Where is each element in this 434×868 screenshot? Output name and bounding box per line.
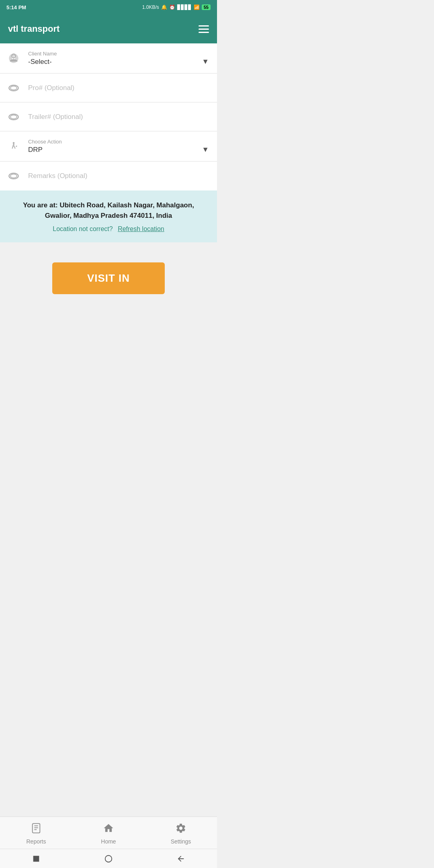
trailer-number-row[interactable]: Trailer# (Optional) <box>0 102 217 131</box>
location-links: Location not correct? Refresh location <box>12 225 205 233</box>
form-container: Client Name -Select- ▼ Pro# (Optional) <box>0 43 217 190</box>
remarks-row[interactable]: Remarks (Optional) <box>0 162 217 190</box>
app-title: vtl transport <box>8 24 59 34</box>
trailer-number-field[interactable]: Trailer# (Optional) <box>24 113 209 121</box>
choose-action-field[interactable]: Choose Action DRP ▼ <box>24 139 209 154</box>
status-time: 5:14 PM <box>6 4 26 10</box>
client-name-field[interactable]: Client Name -Select- ▼ <box>24 51 209 66</box>
pro-number-row[interactable]: Pro# (Optional) <box>0 74 217 102</box>
refresh-location-link[interactable]: Refresh location <box>118 225 164 232</box>
svg-point-4 <box>13 142 15 144</box>
client-name-value: -Select- <box>28 58 52 66</box>
client-name-dropdown-arrow: ▼ <box>202 57 209 66</box>
speed-indicator: 1.0KB/s <box>142 4 159 10</box>
location-address: Ubitech Road, Kailash Nagar, Mahalgaon, … <box>45 201 194 219</box>
pro-number-placeholder: Pro# (Optional) <box>28 84 74 92</box>
remarks-icon <box>8 170 24 182</box>
location-section: You are at: Ubitech Road, Kailash Nagar,… <box>0 190 217 242</box>
location-not-correct-text: Location not correct? <box>53 225 113 232</box>
pro-number-field[interactable]: Pro# (Optional) <box>24 84 209 92</box>
wifi-icon: 📶 <box>194 4 200 10</box>
visit-in-button[interactable]: VISIT IN <box>52 262 165 294</box>
client-name-row[interactable]: Client Name -Select- ▼ <box>0 43 217 74</box>
action-icon <box>8 141 24 152</box>
remarks-field[interactable]: Remarks (Optional) <box>24 172 209 180</box>
client-icon <box>8 53 24 64</box>
svg-point-1 <box>10 86 17 90</box>
trailer-icon <box>8 111 24 123</box>
choose-action-label: Choose Action <box>28 139 209 145</box>
remarks-placeholder: Remarks (Optional) <box>28 172 87 180</box>
location-prefix: You are at: <box>23 201 59 209</box>
choose-action-row[interactable]: Choose Action DRP ▼ <box>0 131 217 162</box>
client-name-label: Client Name <box>28 51 209 57</box>
svg-point-6 <box>10 174 17 178</box>
choose-action-value: DRP <box>28 146 43 154</box>
visit-in-section: VISIT IN <box>0 242 217 326</box>
clock-icon: ⏰ <box>169 4 175 10</box>
choose-action-dropdown-arrow: ▼ <box>202 145 209 154</box>
pro-icon <box>8 82 24 94</box>
status-bar: 5:14 PM 1.0KB/s 🔔 ⏰ ▊▊▊▊ 📶 55 <box>0 0 217 14</box>
battery-indicator: 55 <box>202 4 211 10</box>
trailer-number-placeholder: Trailer# (Optional) <box>28 113 83 121</box>
svg-point-3 <box>10 115 17 119</box>
location-text: You are at: Ubitech Road, Kailash Nagar,… <box>12 200 205 221</box>
app-header: vtl transport <box>0 14 217 43</box>
hamburger-menu-button[interactable] <box>199 25 209 33</box>
content-background: You are at: Ubitech Road, Kailash Nagar,… <box>0 190 217 378</box>
signal-icon: ▊▊▊▊ <box>177 4 192 10</box>
alarm-icon: 🔔 <box>161 4 167 10</box>
status-icons: 1.0KB/s 🔔 ⏰ ▊▊▊▊ 📶 55 <box>142 4 211 10</box>
spacer <box>0 326 217 378</box>
